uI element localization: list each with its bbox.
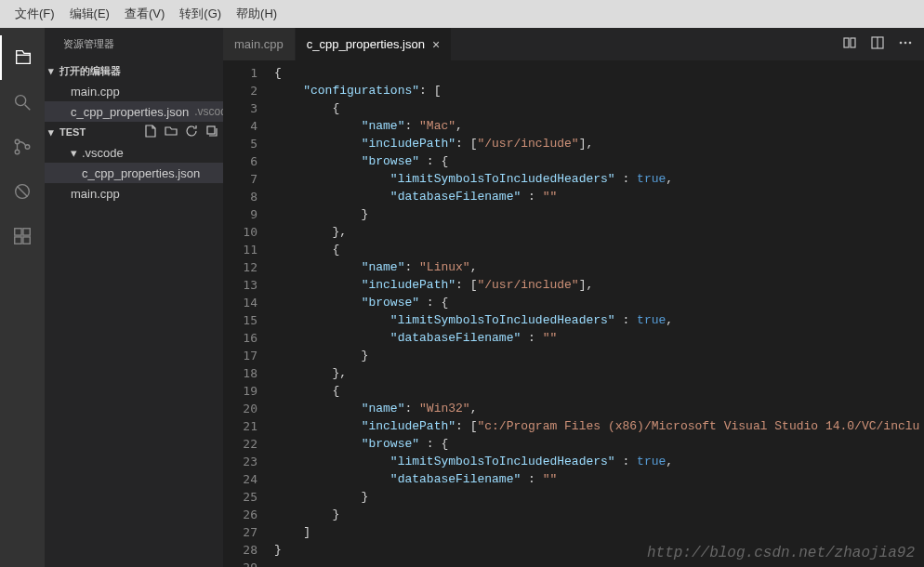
main-wrap: 资源管理器 ▾ 打开的编辑器 main.cpp c_cpp_properties… (0, 28, 924, 567)
tab-c-cpp-properties[interactable]: c_cpp_properties.json × (296, 28, 452, 60)
watermark-text: http://blog.csdn.net/zhaojia92 (647, 545, 915, 561)
open-editors-header[interactable]: ▾ 打开的编辑器 (45, 60, 223, 81)
code-content[interactable]: { "configurations": [ { "name": "Mac", "… (274, 60, 924, 567)
editor-body[interactable]: 1234567891011121314151617181920212223242… (223, 60, 924, 567)
new-folder-icon[interactable] (164, 124, 178, 140)
svg-line-6 (18, 187, 28, 197)
svg-rect-13 (851, 38, 855, 47)
debug-icon[interactable] (0, 169, 45, 214)
file-item[interactable]: c_cpp_properties.json (45, 163, 223, 183)
refresh-icon[interactable] (184, 124, 199, 140)
svg-rect-12 (844, 38, 849, 47)
explorer-icon[interactable] (0, 35, 45, 80)
collapse-all-icon[interactable] (205, 124, 219, 140)
tab-label: c_cpp_properties.json (307, 37, 425, 51)
svg-line-1 (25, 105, 31, 111)
svg-point-2 (15, 139, 20, 144)
svg-rect-11 (207, 126, 215, 134)
tab-label: main.cpp (234, 37, 284, 51)
tab-bar: main.cpp c_cpp_properties.json × (223, 28, 924, 60)
menu-file[interactable]: 文件(F) (7, 2, 62, 26)
svg-rect-9 (15, 237, 21, 244)
line-number-gutter: 1234567891011121314151617181920212223242… (223, 60, 274, 567)
activity-bar (0, 28, 45, 567)
file-label: c_cpp_properties.json (71, 105, 189, 119)
editor-area: main.cpp c_cpp_properties.json × 1234567… (223, 28, 924, 567)
svg-rect-7 (15, 229, 21, 235)
tab-main-cpp[interactable]: main.cpp (223, 28, 296, 60)
file-label: main.cpp (71, 187, 120, 201)
more-icon[interactable] (898, 35, 913, 53)
extensions-icon[interactable] (0, 214, 45, 258)
file-item[interactable]: main.cpp (45, 183, 223, 204)
svg-point-18 (909, 42, 912, 45)
folder-item[interactable]: ▾ .vscode (45, 142, 223, 163)
menu-edit[interactable]: 编辑(E) (62, 2, 117, 26)
open-editor-item[interactable]: main.cpp (45, 81, 223, 101)
menu-bar: 文件(F) 编辑(E) 查看(V) 转到(G) 帮助(H) (0, 0, 924, 28)
chevron-down-icon: ▾ (48, 126, 59, 138)
chevron-down-icon: ▾ (48, 65, 59, 77)
sidebar: 资源管理器 ▾ 打开的编辑器 main.cpp c_cpp_properties… (45, 28, 223, 567)
svg-point-3 (15, 150, 20, 154)
workspace-actions (143, 124, 219, 140)
menu-help[interactable]: 帮助(H) (229, 2, 284, 26)
source-control-icon[interactable] (0, 125, 45, 169)
file-label: c_cpp_properties.json (82, 166, 200, 180)
svg-point-17 (904, 42, 907, 45)
search-icon[interactable] (0, 80, 45, 125)
workspace-label: TEST (59, 126, 143, 138)
new-file-icon[interactable] (143, 124, 158, 140)
compare-icon[interactable] (842, 35, 857, 53)
file-label: main.cpp (71, 85, 120, 99)
chevron-down-icon: ▾ (71, 146, 82, 160)
folder-label: .vscode (82, 146, 124, 160)
menu-view[interactable]: 查看(V) (117, 2, 172, 26)
workspace-header[interactable]: ▾ TEST (45, 122, 223, 142)
open-editors-label: 打开的编辑器 (59, 64, 219, 78)
sidebar-title: 资源管理器 (45, 28, 223, 60)
svg-point-0 (16, 96, 26, 106)
open-editor-item[interactable]: c_cpp_properties.json .vscode (45, 101, 223, 122)
split-editor-icon[interactable] (870, 35, 885, 53)
svg-rect-10 (23, 237, 30, 244)
svg-rect-8 (23, 229, 30, 235)
svg-point-16 (900, 42, 903, 45)
close-icon[interactable]: × (432, 37, 440, 52)
editor-actions (842, 28, 924, 60)
menu-goto[interactable]: 转到(G) (172, 2, 229, 26)
